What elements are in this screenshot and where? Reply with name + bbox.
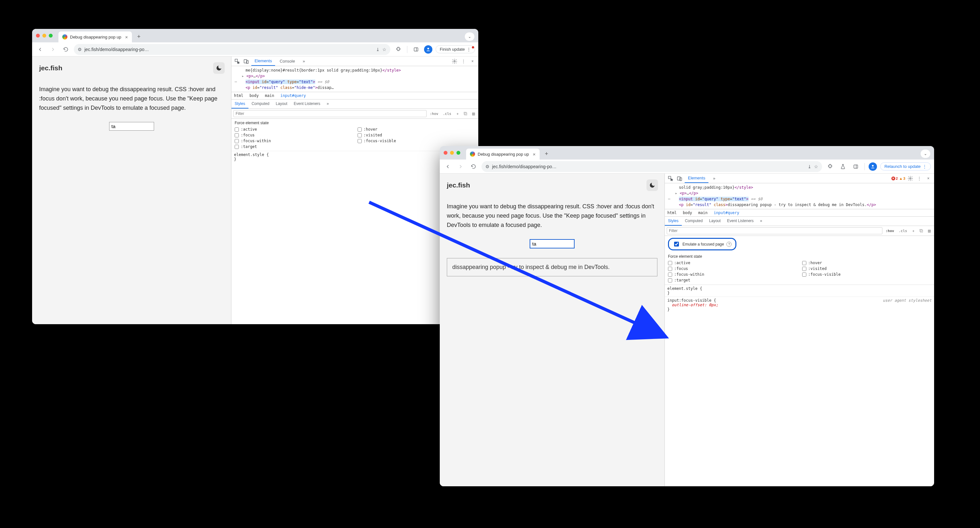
site-settings-icon[interactable]: ⚙	[78, 47, 82, 52]
style-rule-ua[interactable]: input:focus-visible {user agent styleshe…	[665, 297, 934, 313]
error-count[interactable]: ✕2	[891, 177, 898, 180]
labs-button[interactable]	[838, 162, 848, 172]
tab-overflow-button[interactable]: ⌄	[921, 149, 930, 158]
styles-tab-styles[interactable]: Styles	[231, 100, 248, 108]
tab-more[interactable]: »	[299, 57, 308, 65]
zoom-window-button[interactable]	[457, 151, 460, 155]
add-rule-button[interactable]: ＋	[455, 111, 461, 117]
close-window-button[interactable]	[444, 151, 447, 155]
state-visited[interactable]: :visited	[802, 266, 931, 271]
bookmark-star-icon[interactable]: ☆	[382, 47, 387, 52]
elements-tree[interactable]: solid gray;padding:10px}</style> ▸ <p>…<…	[665, 183, 934, 209]
inspect-button[interactable]	[667, 175, 675, 182]
styles-tab-layout[interactable]: Layout	[706, 217, 724, 226]
computed-pane-button[interactable]: ▥	[926, 228, 932, 234]
profile-avatar[interactable]	[869, 162, 877, 171]
side-panel-button[interactable]	[411, 45, 421, 54]
styles-filter-input[interactable]	[667, 227, 882, 234]
settings-button[interactable]	[907, 175, 914, 182]
new-tab-button[interactable]: +	[542, 149, 551, 158]
crumb-html[interactable]: html	[667, 211, 677, 215]
state-focus[interactable]: :focus	[668, 266, 797, 271]
side-panel-button[interactable]	[851, 162, 861, 172]
hov-toggle[interactable]: :hov	[428, 111, 440, 116]
computed-pane-button[interactable]: ▥	[471, 111, 476, 116]
address-bar[interactable]: ⚙ jec.fish/demo/disappearing-po… ⤓ ☆	[482, 161, 822, 172]
styles-filter-input[interactable]	[233, 110, 426, 117]
state-focus-within[interactable]: :focus-within	[235, 139, 352, 143]
close-devtools-button[interactable]: ×	[469, 57, 476, 65]
site-settings-icon[interactable]: ⚙	[485, 164, 490, 169]
state-active[interactable]: :active	[235, 127, 352, 132]
crumb-main[interactable]: main	[265, 94, 274, 98]
styles-tab-more[interactable]: »	[324, 100, 332, 108]
query-input[interactable]	[109, 122, 154, 130]
update-pill[interactable]: Relaunch to update ⋮	[880, 162, 931, 170]
breadcrumb[interactable]: html body main input#query	[665, 209, 934, 217]
styles-tab-computed[interactable]: Computed	[682, 217, 706, 226]
copy-button[interactable]: ⿻	[463, 111, 469, 116]
devtools-menu[interactable]: ⋮	[460, 57, 468, 65]
help-icon[interactable]: ?	[726, 242, 732, 247]
close-window-button[interactable]	[36, 34, 40, 38]
state-target[interactable]: :target	[235, 145, 352, 149]
dark-mode-toggle[interactable]	[646, 180, 658, 191]
tab-more[interactable]: »	[710, 174, 718, 183]
install-app-icon[interactable]: ⤓	[376, 47, 380, 52]
state-visited[interactable]: :visited	[358, 133, 476, 137]
crumb-main[interactable]: main	[698, 211, 708, 215]
bookmark-star-icon[interactable]: ☆	[814, 164, 818, 169]
devtools-menu[interactable]: ⋮	[915, 175, 923, 182]
tab-console[interactable]: Console	[276, 57, 298, 65]
dark-mode-toggle[interactable]	[213, 62, 225, 74]
elements-tree[interactable]: me{display:none}#result{border:1px solid…	[231, 66, 478, 92]
state-focus[interactable]: :focus	[235, 133, 352, 137]
crumb-current[interactable]: input#query	[280, 94, 305, 98]
crumb-body[interactable]: body	[683, 211, 692, 215]
device-toggle-button[interactable]	[242, 57, 250, 65]
styles-tab-events[interactable]: Event Listeners	[724, 217, 757, 226]
state-focus-visible[interactable]: :focus-visible	[802, 272, 931, 277]
settings-button[interactable]	[451, 57, 458, 65]
close-devtools-button[interactable]: ×	[924, 175, 932, 182]
state-active[interactable]: :active	[668, 261, 797, 265]
styles-tab-styles[interactable]: Styles	[665, 217, 682, 226]
install-app-icon[interactable]: ⤓	[808, 164, 811, 169]
tab-elements[interactable]: Elements	[685, 173, 708, 183]
state-focus-within[interactable]: :focus-within	[668, 272, 797, 277]
extensions-button[interactable]	[393, 45, 403, 54]
new-tab-button[interactable]: +	[135, 32, 143, 41]
hov-toggle[interactable]: :hov	[885, 228, 896, 234]
update-pill[interactable]: Finish update ⋮	[436, 45, 475, 53]
query-input[interactable]	[530, 239, 574, 248]
tab-elements[interactable]: Elements	[251, 57, 275, 66]
profile-avatar[interactable]	[424, 45, 433, 54]
cls-toggle[interactable]: .cls	[442, 111, 453, 116]
cls-toggle[interactable]: .cls	[897, 228, 909, 234]
extensions-button[interactable]	[825, 162, 835, 172]
minimize-window-button[interactable]	[450, 151, 454, 155]
inspect-button[interactable]	[233, 57, 241, 65]
crumb-html[interactable]: html	[234, 94, 243, 98]
state-focus-visible[interactable]: :focus-visible	[358, 139, 476, 143]
reload-button[interactable]	[469, 162, 478, 172]
address-bar[interactable]: ⚙ jec.fish/demo/disappearing-po… ⤓ ☆	[74, 44, 390, 55]
reload-button[interactable]	[61, 45, 71, 54]
styles-tab-layout[interactable]: Layout	[272, 100, 291, 108]
styles-tab-more[interactable]: »	[757, 217, 765, 226]
forward-button[interactable]	[48, 45, 58, 54]
device-toggle-button[interactable]	[676, 175, 683, 182]
browser-tab[interactable]: Debug disappearing pop up ×	[466, 149, 539, 159]
styles-tab-events[interactable]: Event Listeners	[291, 100, 324, 108]
warning-count[interactable]: ▲3	[899, 177, 905, 180]
crumb-body[interactable]: body	[250, 94, 259, 98]
forward-button[interactable]	[456, 162, 465, 172]
emulate-focused-checkbox[interactable]	[674, 242, 679, 247]
browser-tab[interactable]: Debug disappearing pop up ×	[59, 32, 132, 42]
back-button[interactable]	[443, 162, 453, 172]
add-rule-button[interactable]: ＋	[910, 228, 916, 234]
style-rules[interactable]: element.style { }	[665, 285, 934, 297]
zoom-window-button[interactable]	[49, 34, 52, 38]
state-target[interactable]: :target	[668, 278, 797, 283]
close-tab-icon[interactable]: ×	[533, 151, 536, 157]
